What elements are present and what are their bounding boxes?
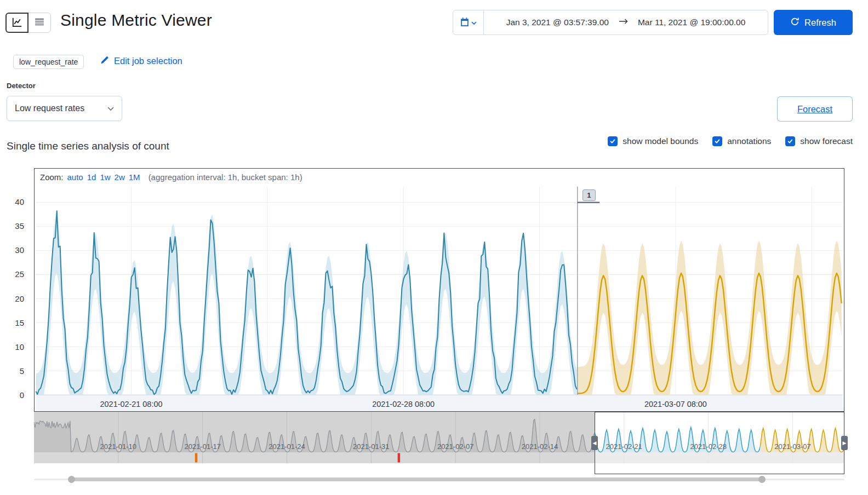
checkbox-checked-icon[interactable] [785, 136, 795, 146]
svg-text:2021-02-28 08:00: 2021-02-28 08:00 [372, 400, 435, 408]
start-date-button[interactable]: Jan 3, 2021 @ 03:57:39.00 [503, 15, 612, 30]
zoom-option-auto[interactable]: auto [67, 172, 83, 182]
y-axis-label: 20 [2, 294, 24, 304]
zoom-controls: Zoom:auto1d1w2w1M(aggregation interval: … [40, 172, 302, 182]
job-badge: low_request_rate [13, 55, 84, 69]
y-axis-label: 10 [2, 342, 24, 352]
svg-text:2021-02-07: 2021-02-07 [437, 442, 474, 451]
svg-text:2021-03-07 08:00: 2021-03-07 08:00 [644, 400, 707, 408]
toggle-label: show model bounds [623, 136, 698, 146]
detector-select[interactable]: Low request rates [7, 96, 122, 121]
y-axis-label: 40 [2, 197, 24, 207]
selection-right-handle[interactable]: ▶ [841, 436, 848, 450]
edit-job-selection-link[interactable]: Edit job selection [100, 55, 182, 67]
page-title: Single Metric Viewer [60, 11, 212, 30]
single-metric-viewer-app: Single Metric Viewer Jan 3, 2021 @ 03:57… [0, 0, 868, 495]
refresh-icon [790, 17, 800, 28]
date-range: Jan 3, 2021 @ 03:57:39.00 Mar 11, 2021 @… [484, 10, 768, 34]
table-view-toggle[interactable] [28, 13, 51, 33]
main-chart: 2021-02-21 08:002021-02-28 08:002021-03-… [34, 168, 844, 412]
detector-selected-value: Low request rates [15, 103, 84, 113]
svg-text:2021-02-14: 2021-02-14 [522, 442, 558, 451]
view-toggle-group [5, 13, 51, 33]
scrollbar-right-dot[interactable] [758, 476, 766, 483]
chevron-down-icon [107, 103, 114, 113]
svg-text:2021-01-31: 2021-01-31 [353, 442, 390, 451]
edit-job-selection-label: Edit job selection [114, 56, 182, 66]
checkbox-checked-icon[interactable] [712, 136, 722, 146]
detector-label: Detector [7, 82, 36, 90]
refresh-button[interactable]: Refresh [774, 10, 853, 35]
time-series-chart[interactable]: 2021-02-21 08:002021-02-28 08:002021-03-… [35, 169, 844, 411]
calendar-button[interactable] [453, 10, 484, 34]
arrow-right-icon [619, 18, 628, 27]
svg-text:2021-02-21 08:00: 2021-02-21 08:00 [100, 400, 163, 408]
calendar-icon [460, 17, 470, 28]
aggregation-info: (aggregation interval: 1h, bucket span: … [149, 172, 302, 182]
y-axis-label: 35 [2, 221, 24, 231]
svg-text:2021-01-24: 2021-01-24 [269, 442, 305, 451]
pencil-icon [100, 55, 109, 67]
svg-text:2021-01-17: 2021-01-17 [184, 442, 221, 451]
y-axis-label: 15 [2, 318, 24, 328]
date-picker: Jan 3, 2021 @ 03:57:39.00 Mar 11, 2021 @… [453, 10, 768, 35]
time-scrollbar [34, 475, 844, 483]
table-icon [35, 17, 44, 28]
zoom-option-2w[interactable]: 2w [115, 172, 125, 182]
refresh-label: Refresh [804, 18, 836, 28]
chart-view-toggle[interactable] [5, 13, 28, 33]
toggle-label: annotations [727, 136, 771, 146]
zoom-label: Zoom: [40, 172, 64, 182]
zoom-option-1w[interactable]: 1w [100, 172, 110, 182]
selection-window[interactable] [595, 412, 844, 474]
svg-text:2021-01-10: 2021-01-10 [100, 442, 137, 451]
zoom-option-1M[interactable]: 1M [129, 172, 140, 182]
scrollbar-thumb[interactable] [71, 477, 762, 481]
toggle-annotations[interactable]: annotations [712, 136, 771, 146]
chevron-down-icon [471, 19, 477, 27]
y-axis-label: 5 [2, 366, 24, 376]
toggle-show-forecast[interactable]: show forecast [785, 136, 853, 146]
forecast-button[interactable]: Forecast [777, 96, 853, 122]
toggle-label: show forecast [800, 136, 853, 146]
checkbox-checked-icon[interactable] [608, 136, 618, 146]
selection-left-handle[interactable]: ◀ [591, 436, 598, 450]
scrollbar-left-dot[interactable] [68, 476, 75, 483]
end-date-button[interactable]: Mar 11, 2021 @ 19:00:00.00 [635, 15, 749, 30]
chart-toggles: show model boundsannotationsshow forecas… [608, 136, 853, 146]
y-axis-labels: 0510152025303540 [0, 168, 28, 412]
y-axis-label: 25 [2, 269, 24, 279]
chart-icon [12, 17, 22, 29]
analysis-heading: Single time series analysis of count [7, 140, 169, 152]
zoom-option-1d[interactable]: 1d [87, 172, 96, 182]
context-navigator: 2021-01-102021-01-172021-01-242021-01-31… [34, 412, 844, 475]
toggle-show-model-bounds[interactable]: show model bounds [608, 136, 698, 146]
annotation-badge[interactable]: 1 [583, 189, 596, 201]
y-axis-label: 30 [2, 245, 24, 255]
y-axis-label: 0 [2, 390, 24, 400]
